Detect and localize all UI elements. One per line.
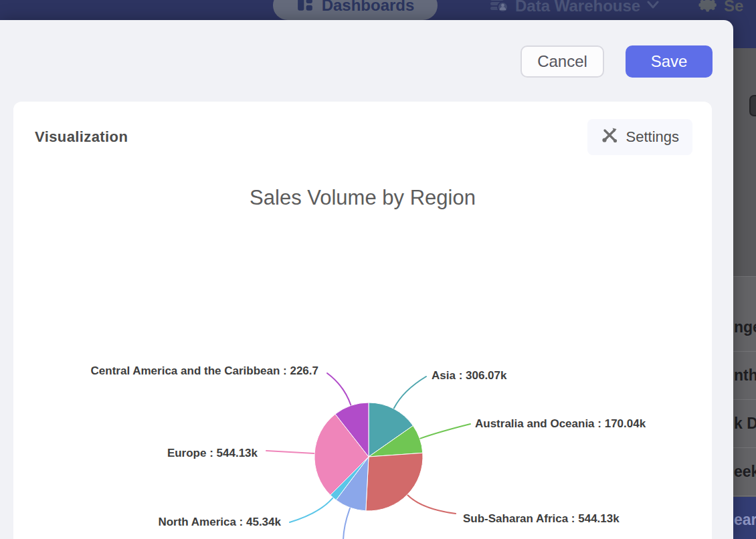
save-button[interactable]: Save	[626, 45, 713, 78]
nav-tab-dashboards[interactable]: Dashboards	[273, 0, 438, 20]
tools-icon	[601, 126, 618, 148]
cancel-button[interactable]: Cancel	[521, 45, 604, 78]
hidden-button-fragment	[749, 95, 756, 116]
gear-icon	[698, 0, 719, 17]
chart-title: Sales Volume by Region	[13, 186, 712, 210]
chart-settings-label: Settings	[626, 128, 680, 146]
nav-item-data-warehouse-label: Data Warehouse	[515, 0, 640, 15]
chevron-down-icon	[647, 0, 659, 12]
dashboards-icon	[296, 0, 314, 15]
nav-item-data-warehouse[interactable]: Data Warehouse	[488, 0, 659, 17]
nav-item-settings-label: Se	[724, 0, 743, 15]
panel-title: Visualization	[35, 128, 128, 146]
chart-settings-button[interactable]: Settings	[587, 119, 693, 155]
nav-tab-dashboards-label: Dashboards	[322, 0, 415, 15]
nav-item-settings[interactable]: Se	[698, 0, 743, 17]
database-user-icon	[488, 0, 508, 17]
